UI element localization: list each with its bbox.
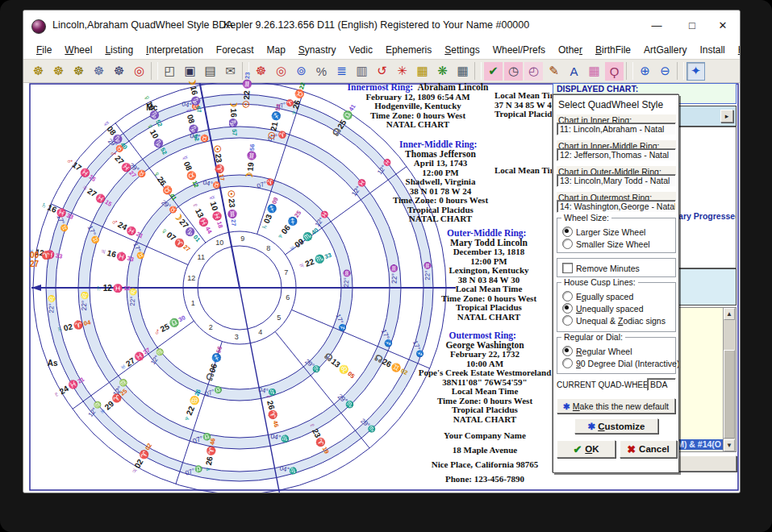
copy-pages-icon[interactable]: ▥ — [353, 62, 371, 81]
menu-forecast[interactable]: Forecast — [210, 44, 261, 56]
search-chart-icon[interactable]: Ϙ — [605, 62, 624, 81]
radio-icon[interactable] — [562, 227, 573, 237]
zoom-out-icon[interactable]: ⊖ — [656, 62, 674, 81]
minimize-button[interactable]: — — [645, 17, 669, 35]
close-button[interactable]: ✕ — [711, 17, 735, 35]
current-quadwheel-value[interactable]: BDA — [647, 378, 676, 391]
menu-settings[interactable]: Settings — [438, 44, 486, 56]
svg-text:8: 8 — [266, 244, 270, 252]
time-wheel-icon[interactable]: ◴ — [524, 62, 543, 81]
radio-icon[interactable] — [562, 239, 573, 249]
wheel-return-icon[interactable]: ☸ — [69, 62, 88, 81]
svg-text:22°♌: 22°♌ — [47, 295, 55, 313]
toolbar-separator — [151, 62, 158, 80]
menu-install[interactable]: Install — [693, 44, 731, 56]
scroll-thumb[interactable] — [724, 350, 735, 438]
check-icon[interactable]: ✔ — [484, 62, 503, 81]
radio-icon[interactable] — [562, 315, 573, 326]
calendar-icon[interactable]: ▦ — [453, 62, 472, 81]
svg-text:10: 10 — [215, 239, 223, 247]
menu-birthfile[interactable]: BirthFile — [589, 44, 637, 56]
make-default-button[interactable]: ✱Make this the new default — [557, 398, 675, 414]
menu-artgallery[interactable]: ArtGallery — [637, 44, 693, 56]
app-icon — [31, 19, 46, 34]
cancel-button[interactable]: ✖Cancel — [620, 440, 677, 458]
grid-wheel-icon[interactable]: ▦ — [413, 62, 432, 81]
menu-wheel[interactable]: Wheel — [58, 44, 98, 56]
planet-glyph-ring4: ☉22♒23 — [240, 73, 252, 109]
scroll-up-button[interactable]: ▲ — [724, 308, 735, 320]
outermost-ring-select[interactable]: 14: Washington,George - Natal — [557, 200, 676, 213]
wheel-size-option-1[interactable]: Larger Size Wheel — [562, 227, 645, 237]
menu-bar: FileWheelListingInterpretationForecastMa… — [23, 41, 740, 59]
radio-icon[interactable] — [562, 303, 573, 314]
radio-icon[interactable] — [562, 346, 573, 356]
scroll-down-button[interactable]: ▼ — [724, 439, 735, 451]
aspect-percent-icon[interactable]: % — [312, 62, 331, 81]
maximize-button[interactable]: □ — [680, 17, 704, 35]
regular-dial-option-2[interactable]: 90 Degree Dial (Interactive) — [562, 358, 679, 368]
menu-other[interactable]: Other — [552, 44, 589, 56]
side-note-2: Local Mean Time — [494, 166, 561, 176]
toolbar-separator — [677, 62, 684, 80]
svg-text:6: 6 — [286, 293, 290, 301]
menu-vedic[interactable]: Vedic — [343, 44, 379, 56]
svg-text:12: 12 — [187, 274, 195, 282]
panel-expand-button[interactable]: ▸ — [720, 110, 733, 123]
house-cusp-lines-group: House Cusp Lines: Equally spacedUnequall… — [557, 282, 676, 332]
planet-glyph-ring2: ♄12♓12 — [95, 283, 130, 293]
wheel-size-option-2[interactable]: Smaller Size Wheel — [562, 239, 650, 249]
wheel-shaded-icon[interactable]: ☸ — [110, 62, 128, 81]
crosshair-wheel-icon[interactable]: ◎ — [272, 62, 290, 81]
remove-minutes-checkbox[interactable]: Remove Minutes — [562, 263, 640, 273]
house-cusp-option-1[interactable]: Equally spaced — [562, 291, 633, 301]
cd-copy-icon[interactable]: ⊚ — [292, 62, 311, 81]
regular-dial-option-1[interactable]: Regular Wheel — [562, 346, 632, 356]
report-icon[interactable]: A — [565, 62, 583, 81]
inner-ring-select[interactable]: 11: Lincoln,Abraham - Natal — [557, 123, 676, 135]
menu-synastry[interactable]: Synastry — [292, 44, 343, 56]
vedic-icon[interactable]: ❋ — [433, 62, 452, 81]
ok-button[interactable]: ✔OK — [557, 440, 616, 458]
print-icon[interactable]: ▤ — [201, 62, 219, 81]
side-note-1: Local Mean Time37 N 34 85 W 44Tropical P… — [494, 91, 561, 119]
red-wheel-icon[interactable]: ☸ — [252, 62, 270, 81]
current-quadwheel-label: CURRENT QUAD-WHEEL — [557, 380, 653, 389]
toolbar-separator — [626, 62, 633, 80]
wheel-edit-icon[interactable]: ☸ — [49, 62, 68, 81]
panel-scrollbar[interactable]: ▲ ▼ — [723, 308, 736, 451]
menu-help[interactable]: Help — [732, 44, 741, 56]
outer-middle-ring-select[interactable]: 13: Lincoln,Mary Todd - Natal — [557, 174, 676, 187]
new-chart-icon[interactable]: ◰ — [161, 62, 179, 81]
toolbar-separator — [474, 62, 482, 80]
rotate-red-icon[interactable]: ↺ — [373, 62, 391, 81]
inner-middle-ring-select[interactable]: 12: Jefferson,Thomas - Natal — [557, 148, 676, 161]
zoom-in-icon[interactable]: ⊕ — [636, 62, 654, 81]
email-icon[interactable]: ✉ — [221, 62, 240, 81]
pointer-star-icon[interactable]: ✦ — [686, 62, 705, 81]
customize-button[interactable]: ✱Customize — [574, 418, 658, 434]
wheel-pointer-icon[interactable]: ☸ — [90, 62, 108, 81]
menu-ephemeris[interactable]: Ephemeris — [379, 44, 438, 56]
notes-icon[interactable]: ✎ — [545, 62, 563, 81]
planet-glyph-ring3: ☽16♑57 — [227, 99, 240, 135]
aspect-lines-icon[interactable]: ✳ — [393, 62, 411, 81]
single-wheel-icon[interactable]: ☸ — [29, 62, 48, 81]
menu-listing[interactable]: Listing — [98, 44, 140, 56]
grid-pink-icon[interactable]: ▦ — [585, 62, 603, 81]
menu-interpretation[interactable]: Interpretation — [140, 44, 210, 56]
menu-wheelprefs[interactable]: Wheel/Prefs — [486, 44, 552, 56]
checkbox-icon[interactable] — [562, 263, 573, 273]
toolbar: ☸☸☸☸☸◎◰▣▤✉☸◎⊚%≣▥↺✳▦❋▦✔◷◴✎A▦Ϙ⊕⊖✦ — [23, 59, 740, 83]
house-cusp-option-3[interactable]: Unequal & Zodiac signs — [562, 315, 666, 326]
desktop-background: Lincoln,Abraham QuadWheel Style BDA Kepl… — [0, 0, 772, 532]
radio-icon[interactable] — [562, 358, 573, 368]
house-cusp-option-2[interactable]: Unequally spaced — [562, 303, 643, 314]
wheel-target-icon[interactable]: ◎ — [130, 62, 148, 81]
clock-icon[interactable]: ◷ — [504, 62, 523, 81]
radio-icon[interactable] — [562, 291, 573, 301]
menu-map[interactable]: Map — [261, 44, 292, 56]
svg-text:9: 9 — [240, 235, 244, 243]
listing-icon[interactable]: ≣ — [332, 62, 351, 81]
menu-file[interactable]: File — [30, 44, 58, 56]
